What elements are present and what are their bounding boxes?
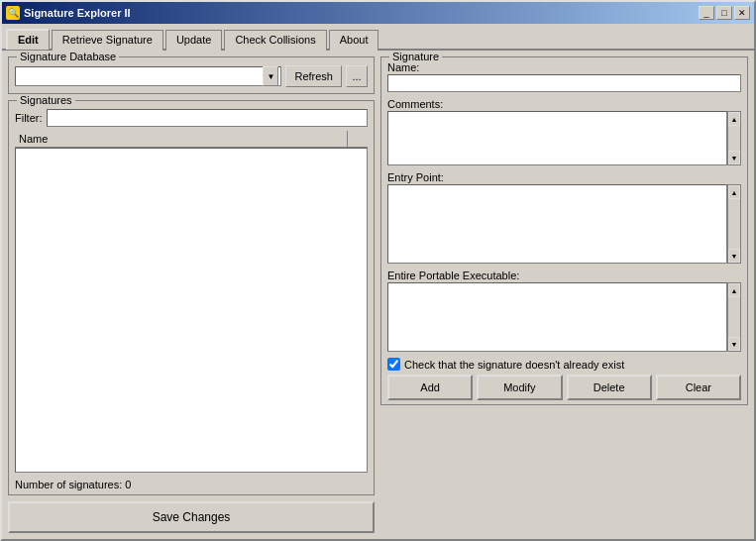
comments-section: Comments: ▲ ▼ xyxy=(387,98,741,165)
clear-button[interactable]: Clear xyxy=(656,375,741,400)
maximize-button[interactable]: □ xyxy=(716,6,732,20)
title-buttons: _ □ ✕ xyxy=(699,6,750,20)
filter-label: Filter: xyxy=(15,112,43,124)
comments-container: ▲ ▼ xyxy=(387,111,741,165)
sig-right-group: Signature Name: Comments: ▲ ▼ xyxy=(380,56,748,405)
epe-container: ▲ ▼ xyxy=(387,282,741,352)
comments-textarea[interactable] xyxy=(387,111,727,165)
tab-retrieve-signature[interactable]: Retrieve Signature xyxy=(52,30,163,51)
list-col-extra xyxy=(348,131,368,147)
sig-right-title: Signature xyxy=(389,51,442,62)
checkbox-row: Check that the signature doesn't already… xyxy=(387,358,741,371)
left-panel: Signature Database ▼ Refresh ... Signatu… xyxy=(8,56,375,533)
combo-arrow-icon[interactable]: ▼ xyxy=(263,66,278,86)
scroll-down-icon[interactable]: ▼ xyxy=(728,337,740,351)
entry-point-section: Entry Point: ▲ ▼ xyxy=(387,171,741,264)
sig-check-label: Check that the signature doesn't already… xyxy=(404,359,624,371)
sigs-title: Signatures xyxy=(17,94,75,106)
tab-update[interactable]: Update xyxy=(165,30,222,51)
filter-input[interactable] xyxy=(47,109,369,127)
tab-bar: Edit Retrieve Signature Update Check Col… xyxy=(2,24,754,51)
modify-button[interactable]: Modify xyxy=(477,375,562,400)
epe-textarea[interactable] xyxy=(387,282,727,352)
title-bar: 🔍 Signature Explorer II _ □ ✕ xyxy=(2,2,754,24)
tab-check-collisions[interactable]: Check Collisions xyxy=(224,30,326,51)
right-panel: Signature Name: Comments: ▲ ▼ xyxy=(380,56,748,533)
refresh-button[interactable]: Refresh xyxy=(285,65,342,87)
close-button[interactable]: ✕ xyxy=(734,6,750,20)
sig-db-row: ▼ Refresh ... xyxy=(15,65,368,87)
add-button[interactable]: Add xyxy=(387,375,473,400)
sig-count: Number of signatures: 0 xyxy=(9,477,374,494)
main-content: Signature Database ▼ Refresh ... Signatu… xyxy=(2,51,754,539)
title-bar-left: 🔍 Signature Explorer II xyxy=(6,6,131,20)
entry-point-label: Entry Point: xyxy=(387,171,741,183)
entry-point-scrollbar: ▲ ▼ xyxy=(727,184,741,264)
name-label: Name: xyxy=(387,61,741,73)
signatures-list[interactable] xyxy=(15,148,368,473)
sig-check-checkbox[interactable] xyxy=(387,358,400,371)
sigs-group: Signatures Filter: Name Number of signat… xyxy=(8,100,375,495)
minimize-button[interactable]: _ xyxy=(699,6,714,20)
sig-db-group: Signature Database ▼ Refresh ... xyxy=(8,56,375,94)
tab-about[interactable]: About xyxy=(329,30,379,51)
list-col-name: Name xyxy=(15,131,348,147)
entry-point-container: ▲ ▼ xyxy=(387,184,741,264)
name-section: Name: xyxy=(387,61,741,92)
epe-scrollbar: ▲ ▼ xyxy=(727,282,741,352)
comments-scrollbar: ▲ ▼ xyxy=(727,111,741,165)
comments-label: Comments: xyxy=(387,98,741,110)
scroll-down-icon[interactable]: ▼ xyxy=(728,249,740,263)
main-window: 🔍 Signature Explorer II _ □ ✕ Edit Retri… xyxy=(0,0,756,541)
epe-label: Entire Portable Executable: xyxy=(387,270,741,281)
list-header: Name xyxy=(15,131,368,148)
bottom-buttons: Add Modify Delete Clear xyxy=(387,375,741,400)
save-changes-button[interactable]: Save Changes xyxy=(8,501,375,533)
sig-db-combo[interactable]: ▼ xyxy=(15,66,281,86)
window-title: Signature Explorer II xyxy=(24,7,131,19)
scroll-up-icon[interactable]: ▲ xyxy=(728,185,740,199)
scroll-up-icon[interactable]: ▲ xyxy=(728,112,740,126)
scroll-up-icon[interactable]: ▲ xyxy=(728,283,740,297)
app-icon: 🔍 xyxy=(6,6,20,20)
entry-point-textarea[interactable] xyxy=(387,184,727,264)
epe-section: Entire Portable Executable: ▲ ▼ xyxy=(387,270,741,352)
tab-edit[interactable]: Edit xyxy=(6,29,50,50)
browse-button[interactable]: ... xyxy=(346,65,368,87)
sig-db-title: Signature Database xyxy=(17,51,119,62)
scroll-down-icon[interactable]: ▼ xyxy=(728,151,740,164)
delete-button[interactable]: Delete xyxy=(567,375,652,400)
name-input[interactable] xyxy=(387,74,741,92)
